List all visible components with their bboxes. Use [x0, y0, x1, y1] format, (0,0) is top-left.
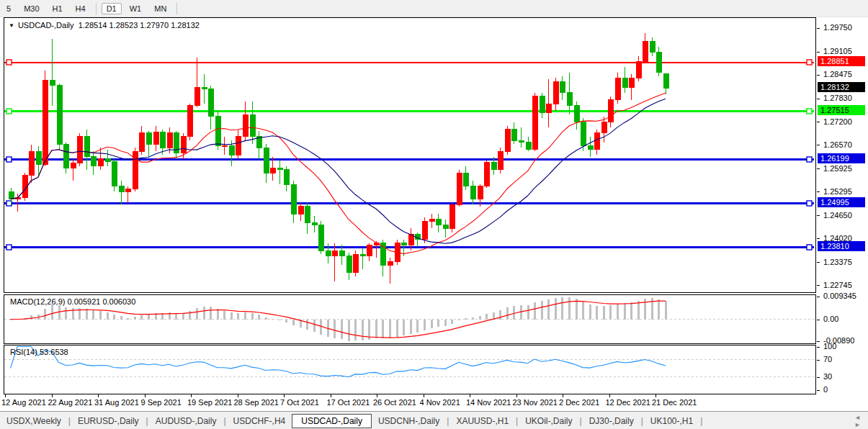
hline-price-badge: 1.23810 [818, 241, 865, 251]
macd-tick-label: 0.009345 [823, 292, 856, 300]
date-tick [145, 394, 146, 397]
chart-title: ▼USDCAD-,Daily 1.28514 1.28523 1.27970 1… [9, 21, 200, 30]
timeframe-button-d1[interactable]: D1 [102, 3, 122, 14]
tab-xauusd-h1[interactable]: XAUUSD-,H1 [449, 414, 515, 428]
date-label: 4 Nov 2021 [420, 398, 460, 407]
tab-usdx-weekly[interactable]: USDX,Weekly [0, 414, 68, 428]
price-tick-label: 1.24650 [823, 211, 852, 220]
timeframe-button-m30[interactable]: M30 [19, 3, 44, 14]
hline-price-badge: 1.28851 [818, 56, 865, 66]
macd-tick-tick [817, 297, 820, 297]
price-tick-label: 1.29750 [823, 23, 852, 32]
date-label: 23 Nov 2021 [513, 398, 558, 407]
price-tick-label: 1.28475 [823, 70, 852, 78]
price-tick-tick [817, 28, 820, 29]
hline-handle [807, 245, 812, 250]
timeframe-button-mn[interactable]: MN [149, 3, 171, 14]
hline-handle [807, 201, 812, 206]
macd-tick-tick [817, 320, 820, 320]
tab-usdchf-h4[interactable]: USDCHF-,H4 [227, 414, 292, 428]
hline-handle [6, 245, 12, 250]
timeframe-button-5[interactable]: 5 [1, 3, 16, 14]
hline-price-badge: 1.24995 [818, 197, 865, 207]
tab-uk100-h1[interactable]: UK100-,H1 [644, 414, 699, 428]
date-tick [52, 394, 53, 397]
macd-label: MACD(12,26,9) 0.005921 0.006030 [10, 297, 135, 306]
date-tick [563, 394, 563, 397]
hline-handle [6, 201, 12, 206]
macd-panel[interactable]: MACD(12,26,9) 0.005921 0.006030 [4, 294, 816, 344]
timeframe-button-w1[interactable]: W1 [125, 3, 147, 14]
price-tick-label: 1.22745 [823, 281, 852, 289]
tab-usdcad-daily[interactable]: USDCAD-,Daily [292, 414, 372, 428]
price-tick-tick [817, 168, 820, 169]
date-label: 17 Oct 2021 [327, 398, 370, 407]
rsi-label: RSI(14) 53.6538 [10, 348, 68, 356]
date-label: 9 Sep 2021 [141, 398, 182, 407]
tab-dj30-daily[interactable]: DJ30-,Daily [583, 414, 640, 428]
tab-audusd-daily[interactable]: AUDUSD-,Daily [149, 414, 223, 428]
date-label: 19 Sep 2021 [187, 398, 232, 407]
price-tick-tick [817, 215, 820, 216]
timeframe-button-h4[interactable]: H4 [71, 3, 91, 14]
price-tick-tick [817, 99, 820, 99]
price-tick-label: 1.27200 [823, 117, 852, 126]
hline-handle [6, 109, 12, 114]
price-tick-label: 1.27830 [823, 94, 852, 102]
rsi-line [11, 347, 666, 377]
timeframe-toolbar: 5M30H1H4D1W1MN [0, 0, 868, 17]
date-tick [377, 394, 377, 397]
tab-separator: | [699, 416, 703, 426]
toolbar-separator [96, 3, 97, 14]
date-tick [424, 394, 424, 397]
price-tick-label: 1.25295 [823, 187, 852, 196]
price-tick-tick [817, 75, 820, 76]
rsi-tick-tick [817, 377, 820, 378]
price-tick-tick [817, 262, 820, 263]
date-label: 12 Aug 2021 [1, 398, 46, 407]
chart-title-symbol: USDCAD-,Daily [18, 21, 74, 30]
rsi-tick-label: 30 [823, 372, 832, 381]
hline-handle [807, 60, 812, 65]
price-axis-column[interactable]: 1.297501.291051.284751.278301.272001.265… [817, 17, 868, 394]
date-tick [516, 394, 517, 397]
tab-eurusd-daily[interactable]: EURUSD-,Daily [71, 414, 146, 428]
date-label: 26 Oct 2021 [373, 398, 416, 407]
chart-title-ohlc: 1.28514 1.28523 1.27970 1.28132 [79, 21, 200, 30]
tab-scroll-right-icon[interactable]: ► [854, 421, 861, 428]
tab-usdcnh-daily[interactable]: USDCNH-,Daily [372, 414, 446, 428]
rsi-canvas[interactable] [4, 346, 814, 392]
price-tick-tick [817, 238, 820, 239]
rsi-tick-label: 100 [823, 342, 836, 351]
date-tick [284, 394, 285, 397]
price-chart-panel[interactable] [4, 17, 816, 293]
hline-handle [6, 157, 12, 162]
date-tick [470, 394, 470, 397]
date-label: 22 Aug 2021 [48, 398, 93, 407]
timeframe-button-h1[interactable]: H1 [48, 3, 68, 14]
hline-handle [807, 109, 812, 114]
date-label: 12 Dec 2021 [606, 398, 650, 407]
rsi-tick-tick [817, 360, 820, 361]
date-tick [238, 394, 238, 397]
ma-slow-line [11, 99, 666, 243]
date-axis[interactable]: 12 Aug 202122 Aug 202131 Aug 20219 Sep 2… [0, 394, 817, 410]
price-tick-tick [817, 285, 820, 286]
price-tick-tick [817, 122, 820, 122]
price-tick-tick [817, 145, 820, 145]
tab-scroll-left-icon[interactable]: ◄ [854, 414, 861, 421]
price-chart-canvas[interactable] [4, 18, 814, 291]
date-tick [98, 394, 99, 397]
current-price-badge: 1.28132 [818, 82, 865, 92]
date-tick [656, 394, 656, 397]
hline-price-badge: 1.27515 [818, 105, 865, 115]
tab-ukoil-daily[interactable]: UKOil-,Daily [519, 414, 578, 428]
date-label: 28 Sep 2021 [234, 398, 279, 407]
price-tick-label: 1.29105 [823, 47, 852, 55]
price-tick-label: 1.23375 [823, 258, 852, 266]
price-tick-tick [817, 191, 820, 192]
hline-handle [807, 157, 812, 162]
candles-series [9, 33, 668, 284]
date-tick [5, 394, 6, 397]
rsi-panel[interactable]: RSI(14) 53.6538 [4, 345, 816, 394]
